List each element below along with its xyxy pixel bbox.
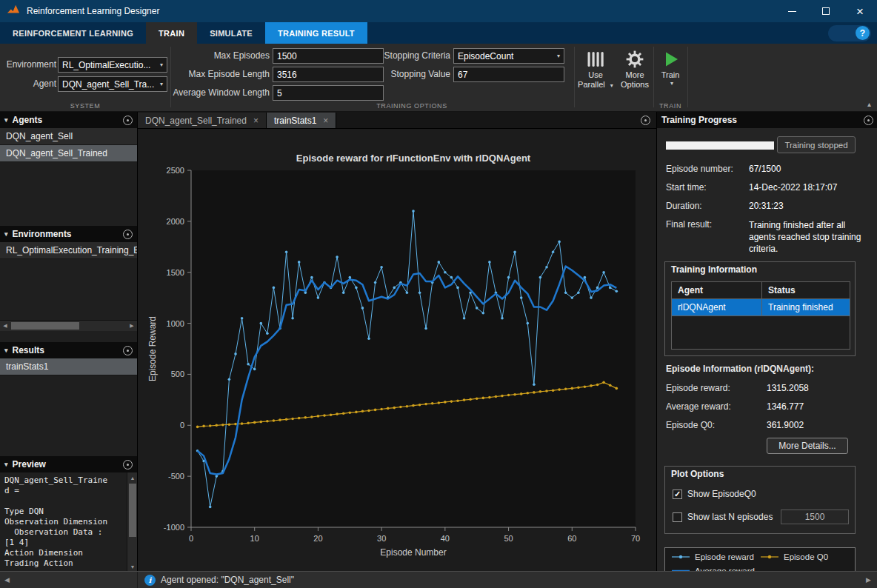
max-episode-length-input[interactable]: [273, 67, 384, 82]
panel-spacer: [0, 331, 137, 342]
average-window-length-label: Average Window Length: [167, 85, 270, 101]
show-last-n-checkbox[interactable]: [673, 512, 682, 522]
preview-panel-header[interactable]: ▾ Preview: [0, 456, 137, 472]
parallel-bars-icon: [586, 50, 605, 70]
max-episodes-input[interactable]: [273, 48, 384, 64]
tab-label: trainStats1: [274, 116, 316, 126]
ribbon-tab-reinforcement-learning[interactable]: REINFORCEMENT LEARNING: [0, 22, 146, 44]
chevron-down-icon: ▾: [610, 82, 613, 89]
average-window-length-input[interactable]: [273, 85, 384, 101]
ribbon-toolbar: Environment RL_OptimalExecutio... ▾ Agen…: [0, 44, 877, 112]
episode-number-label: Episode number:: [666, 164, 733, 174]
tab-dqn-agent-sell-trained[interactable]: DQN_agent_Sell_Trained ×: [138, 113, 267, 128]
use-parallel-button[interactable]: Use Parallel ▾: [574, 50, 617, 90]
svg-text:1000: 1000: [167, 319, 184, 328]
scrollbar-thumb[interactable]: [129, 484, 136, 537]
ribbon-tab-simulate[interactable]: SIMULATE: [197, 22, 265, 44]
agents-panel-title: Agents: [13, 115, 43, 125]
svg-text:0: 0: [189, 534, 193, 543]
svg-text:Episode Reward: Episode Reward: [147, 316, 158, 381]
panel-actions-icon[interactable]: [864, 116, 873, 125]
close-button[interactable]: ×: [843, 0, 877, 22]
tabbar-actions-icon[interactable]: [641, 116, 650, 125]
legend-item: Episode reward: [671, 551, 760, 563]
environments-panel-header[interactable]: ▾ Environments: [0, 226, 137, 242]
ribbon-tabstrip: REINFORCEMENT LEARNING TRAIN SIMULATE TR…: [0, 22, 877, 44]
agents-list: DQN_agent_Sell DQN_agent_Sell_Trained: [0, 128, 137, 226]
collapse-triangle-icon: ▾: [4, 347, 8, 354]
column-header-agent: Agent: [672, 282, 762, 298]
ribbon-tab-training-result[interactable]: TRAINING RESULT: [265, 22, 367, 44]
left-sidebar: ▾ Agents DQN_agent_Sell DQN_agent_Sell_T…: [0, 112, 138, 571]
document-tabbar: DQN_agent_Sell_Trained × trainStats1 ×: [138, 112, 656, 129]
chart: 010203040506070-1000-5000500100015002000…: [138, 129, 656, 574]
training-progress-header[interactable]: Training Progress: [657, 112, 877, 128]
more-options-label-line2: Options: [621, 80, 649, 90]
environments-list: RL_OptimalExecution_Training_E: [0, 242, 137, 320]
training-information-table: Agent Status rlDQNAgent Training finishe…: [671, 281, 850, 350]
collapse-triangle-icon: ▾: [4, 461, 8, 468]
environment-select[interactable]: RL_OptimalExecutio... ▾: [58, 57, 167, 73]
panel-actions-icon[interactable]: [123, 346, 133, 355]
stopping-value-input[interactable]: [453, 67, 564, 82]
statusbar-right-nav[interactable]: ▶: [866, 576, 877, 584]
use-parallel-label-line2: Parallel: [578, 80, 605, 89]
list-item[interactable]: DQN_agent_Sell_Trained: [0, 145, 137, 162]
list-item[interactable]: DQN_agent_Sell: [0, 128, 137, 145]
collapse-ribbon-icon[interactable]: ▴: [867, 100, 871, 108]
horizontal-scrollbar[interactable]: ◀ ▶: [0, 320, 137, 331]
chevron-down-icon: ▾: [670, 80, 673, 87]
svg-text:30: 30: [377, 534, 386, 543]
scrollbar-thumb[interactable]: [11, 322, 79, 330]
nav-left-icon: ◀: [4, 576, 10, 584]
scroll-left-icon[interactable]: ◀: [0, 321, 10, 331]
panel-actions-icon[interactable]: [123, 230, 133, 239]
preview-panel-title: Preview: [13, 459, 46, 470]
tab-trainstats1[interactable]: trainStats1 ×: [267, 113, 336, 128]
table-row[interactable]: rlDQNAgent Training finished: [672, 299, 850, 316]
environments-panel-title: Environments: [13, 229, 72, 239]
more-options-button[interactable]: More Options: [617, 50, 653, 90]
list-item[interactable]: trainStats1: [0, 358, 137, 375]
toolbar-separator: [574, 47, 575, 107]
agent-select[interactable]: DQN_agent_Sell_Tra... ▾: [58, 76, 167, 92]
show-episode-q0-checkbox[interactable]: ✓: [673, 490, 682, 499]
scroll-down-icon[interactable]: ▼: [127, 561, 137, 572]
training-stopped-button[interactable]: Training stopped: [777, 136, 856, 153]
system-section-label: SYSTEM: [0, 102, 170, 110]
gear-icon: [625, 50, 644, 70]
close-tab-icon[interactable]: ×: [253, 116, 259, 126]
last-n-episodes-input[interactable]: [781, 510, 849, 524]
panel-actions-icon[interactable]: [123, 460, 133, 470]
more-details-button[interactable]: More Details...: [767, 438, 848, 454]
start-time-label: Start time:: [666, 182, 707, 193]
chevron-down-icon: ▾: [160, 81, 163, 87]
info-icon: i: [144, 575, 156, 586]
agent-label: Agent: [1, 76, 56, 92]
results-panel-header[interactable]: ▾ Results: [0, 342, 137, 358]
scroll-right-icon[interactable]: ▶: [127, 321, 137, 331]
environment-label: Environment: [1, 57, 56, 73]
training-progress-bar: [666, 141, 774, 150]
start-time-value: 14-Dec-2022 18:17:07: [749, 182, 837, 193]
legend-item: Average reward: [671, 565, 760, 571]
svg-text:10: 10: [250, 534, 259, 543]
agents-panel-header[interactable]: ▾ Agents: [0, 112, 137, 128]
status-cell: Training finished: [762, 299, 850, 315]
scroll-up-icon[interactable]: ▲: [127, 472, 137, 483]
ribbon-tab-train[interactable]: TRAIN: [146, 22, 197, 44]
list-item[interactable]: RL_OptimalExecution_Training_E: [0, 242, 137, 259]
results-panel-title: Results: [13, 345, 44, 355]
train-button[interactable]: Train ▾: [653, 50, 687, 87]
close-tab-icon[interactable]: ×: [323, 116, 328, 126]
final-result-value: Training finished after all agents reach…: [749, 219, 861, 255]
maximize-button[interactable]: [809, 0, 843, 22]
stopping-criteria-select[interactable]: EpisodeCount ▾: [453, 48, 564, 64]
statusbar-left-nav[interactable]: ◀: [0, 572, 138, 588]
training-plot: 010203040506070-1000-5000500100015002000…: [138, 129, 656, 571]
collapse-triangle-icon: ▾: [4, 230, 8, 238]
vertical-scrollbar[interactable]: ▲ ▼: [127, 472, 137, 572]
help-button[interactable]: ?: [856, 26, 870, 40]
panel-actions-icon[interactable]: [123, 116, 133, 125]
minimize-button[interactable]: [775, 0, 809, 22]
